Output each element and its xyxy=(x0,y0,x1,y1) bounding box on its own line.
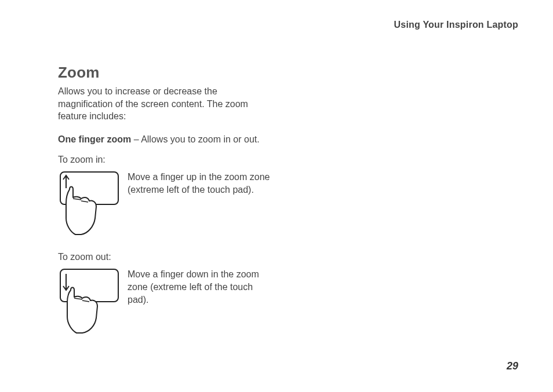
zoom-in-label: To zoom in: xyxy=(58,155,272,165)
finger-down-icon xyxy=(58,266,121,335)
zoom-out-instruction: Move a finger down in the zoom zone (ext… xyxy=(121,266,272,306)
feature-desc: – Allows you to zoom in or out. xyxy=(131,134,259,144)
page-number: 29 xyxy=(507,360,518,372)
zoom-in-instruction: Move a finger up in the zoom zone (extre… xyxy=(121,168,272,196)
zoom-out-illustration xyxy=(58,266,121,335)
finger-up-icon xyxy=(58,168,121,238)
content-column: Zoom Allows you to increase or decrease … xyxy=(58,64,272,349)
feature-name: One finger zoom xyxy=(58,134,131,144)
section-title-zoom: Zoom xyxy=(58,64,272,82)
section-intro: Allows you to increase or decrease the m… xyxy=(58,85,272,123)
feature-one-finger-zoom: One finger zoom – Allows you to zoom in … xyxy=(58,133,272,146)
zoom-out-label: To zoom out: xyxy=(58,252,272,262)
zoom-in-illustration xyxy=(58,168,121,238)
zoom-in-block: Move a finger up in the zoom zone (extre… xyxy=(58,168,272,238)
manual-page: Using Your Inspiron Laptop Zoom Allows y… xyxy=(0,0,553,392)
zoom-out-block: Move a finger down in the zoom zone (ext… xyxy=(58,266,272,335)
running-head: Using Your Inspiron Laptop xyxy=(394,20,518,30)
